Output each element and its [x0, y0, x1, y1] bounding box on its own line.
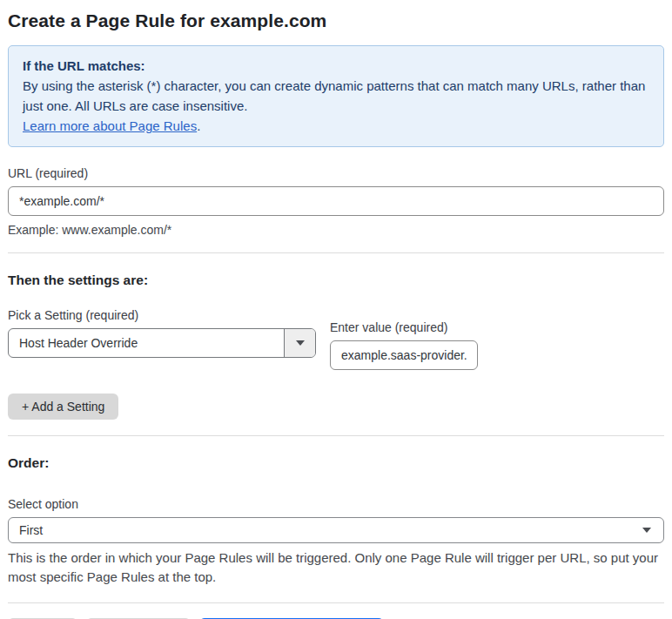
setting-select-value: Host Header Override — [9, 329, 284, 357]
create-page-rule-form: Create a Page Rule for example.com If th… — [0, 0, 672, 619]
order-select[interactable]: First — [8, 517, 664, 543]
chevron-down-icon — [296, 340, 305, 346]
order-helper-text: This is the order in which your Page Rul… — [8, 548, 664, 587]
setting-row: Pick a Setting (required) Host Header Ov… — [8, 308, 664, 370]
add-setting-button[interactable]: + Add a Setting — [8, 394, 118, 420]
divider — [8, 602, 664, 603]
info-box-link-line: Learn more about Page Rules. — [23, 116, 649, 136]
page-title: Create a Page Rule for example.com — [8, 10, 664, 31]
url-match-info-box: If the URL matches: By using the asteris… — [8, 45, 664, 147]
setting-select-label: Pick a Setting (required) — [8, 308, 316, 322]
url-field-label: URL (required) — [8, 166, 664, 180]
url-input[interactable] — [8, 186, 664, 216]
info-box-body: By using the asterisk (*) character, you… — [23, 76, 649, 116]
setting-select[interactable]: Host Header Override — [8, 328, 316, 358]
order-select-value: First — [19, 523, 642, 537]
setting-select-arrow-button[interactable] — [284, 329, 315, 357]
info-box-heading: If the URL matches: — [23, 56, 649, 76]
setting-value-input[interactable] — [330, 340, 478, 370]
order-section-heading: Order: — [8, 455, 664, 471]
link-suffix: . — [197, 118, 200, 133]
order-select-label: Select option — [8, 497, 664, 511]
chevron-down-icon — [642, 528, 651, 533]
setting-value-column: Enter value (required) — [330, 308, 478, 370]
settings-section-heading: Then the settings are: — [8, 272, 664, 288]
divider — [8, 252, 664, 253]
value-field-label: Enter value (required) — [330, 320, 478, 334]
divider — [8, 435, 664, 436]
setting-select-column: Pick a Setting (required) Host Header Ov… — [8, 308, 316, 358]
learn-more-link[interactable]: Learn more about Page Rules — [23, 118, 197, 133]
url-field-helper: Example: www.example.com/* — [8, 223, 664, 237]
